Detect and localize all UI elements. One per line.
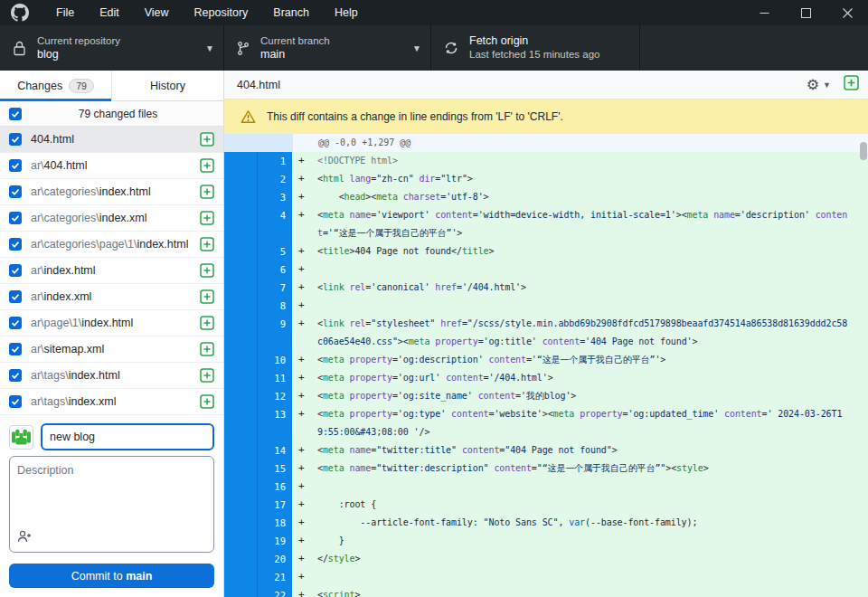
file-checkbox[interactable]: [9, 290, 22, 303]
current-repository-button[interactable]: Current repository blog ▼: [0, 25, 224, 71]
menu-item-view[interactable]: View: [132, 0, 182, 25]
file-row[interactable]: ar\categories\page\1\index.html: [0, 232, 223, 258]
menu-item-edit[interactable]: Edit: [87, 0, 132, 25]
file-checkbox[interactable]: [9, 185, 22, 198]
expand-file-button[interactable]: [200, 158, 214, 173]
diff-added-line[interactable]: 10+<meta property='og:description' conte…: [224, 351, 868, 369]
diff-added-line[interactable]: 13+<meta property='og:type' content='web…: [224, 405, 868, 423]
diff-added-line[interactable]: 12+<meta property='og:site_name' content…: [224, 387, 868, 405]
expand-diff-button[interactable]: [844, 75, 859, 94]
diff-added-line[interactable]: 20+</style>: [224, 550, 868, 568]
file-checkbox[interactable]: [9, 238, 22, 251]
diff-added-line[interactable]: 16+: [224, 478, 868, 496]
diff-added-line[interactable]: 4+<meta name='viewport' content='width=d…: [224, 206, 868, 224]
file-row[interactable]: ar\categories\index.xml: [0, 205, 223, 232]
menu-item-file[interactable]: File: [43, 0, 87, 25]
expand-file-button[interactable]: [200, 185, 214, 199]
old-line-number: [224, 315, 258, 333]
fetch-origin-label: Fetch origin: [469, 34, 600, 48]
diff-added-line[interactable]: 11+<meta property='og:url' content='/404…: [224, 369, 868, 387]
new-line-number: 16: [258, 478, 292, 496]
select-all-checkbox[interactable]: [9, 108, 22, 120]
diff-code-text: <meta property='og:url' content='/404.ht…: [317, 369, 868, 387]
diff-added-line[interactable]: 9+<link rel="stylesheet" href="/scss/sty…: [224, 315, 868, 333]
file-row[interactable]: ar\index.html: [0, 258, 223, 284]
diff-added-line[interactable]: 6+: [224, 261, 868, 279]
expand-file-button[interactable]: [200, 342, 214, 356]
diff-code-text: [317, 478, 868, 496]
tab-history[interactable]: History: [111, 71, 223, 100]
expand-file-button[interactable]: [200, 211, 214, 225]
file-checkbox[interactable]: [9, 212, 22, 224]
diff-added-line[interactable]: 3+ <head><meta charset='utf-8'>: [224, 188, 868, 206]
commit-description-input[interactable]: [10, 457, 213, 527]
new-line-number: 18: [258, 514, 292, 532]
commit-description-box: [9, 456, 214, 553]
file-row[interactable]: 404.html: [0, 127, 223, 153]
file-name: ar\index.xml: [31, 290, 200, 303]
plus-square-icon: [200, 158, 214, 173]
diff-added-line[interactable]: 5+<title>404 Page not found</title>: [224, 242, 868, 261]
diff-added-line[interactable]: 15+<meta name="twitter:description" cont…: [224, 460, 868, 478]
diff-added-line[interactable]: 2+<html lang="zh-cn" dir="ltr">: [224, 170, 868, 188]
file-row[interactable]: ar\tags\index.xml: [0, 389, 223, 415]
minimize-button[interactable]: [743, 0, 785, 25]
file-row[interactable]: ar\sitemap.xml: [0, 336, 223, 363]
file-checkbox[interactable]: [9, 159, 22, 172]
menu-item-branch[interactable]: Branch: [260, 0, 322, 25]
diff-options-button[interactable]: ⚙ ▼: [807, 78, 831, 92]
commit-button[interactable]: Commit to main: [9, 564, 214, 588]
diff-added-line[interactable]: 18+ --article-font-family: "Noto Sans SC…: [224, 514, 868, 532]
menu-item-repository[interactable]: Repository: [182, 0, 261, 25]
expand-file-button[interactable]: [200, 316, 214, 330]
file-checkbox[interactable]: [9, 369, 22, 382]
window-controls: [743, 0, 868, 25]
sync-icon: [444, 41, 458, 55]
diff-added-line[interactable]: 8+: [224, 297, 868, 315]
diff-added-line[interactable]: 22+<script>: [224, 586, 868, 597]
file-checkbox[interactable]: [9, 264, 22, 277]
expand-file-button[interactable]: [200, 289, 214, 304]
file-checkbox[interactable]: [9, 343, 22, 355]
new-line-number: 2: [258, 170, 292, 188]
diff-scrollbar-thumb[interactable]: [860, 142, 867, 160]
maximize-button[interactable]: [785, 0, 826, 25]
expand-file-button[interactable]: [200, 132, 214, 147]
diff-added-line[interactable]: 21+: [224, 568, 868, 586]
diff-added-line[interactable]: 19+ }: [224, 532, 868, 550]
diff-code-text: <meta property='og:description' content=…: [317, 351, 868, 369]
diff-sign: +: [292, 441, 317, 460]
diff-added-line-wrap[interactable]: 9:55:00&#43;08:00 '/>: [224, 423, 868, 441]
file-row[interactable]: ar\categories\index.html: [0, 179, 223, 205]
commit-summary-input[interactable]: [41, 423, 214, 450]
expand-file-button[interactable]: [200, 368, 214, 383]
diff-sign: +: [292, 460, 317, 478]
tab-changes[interactable]: Changes 79: [0, 71, 111, 100]
plus-square-icon: [200, 289, 214, 304]
warning-icon: [241, 109, 256, 124]
current-branch-button[interactable]: Current branch main ▼: [224, 25, 431, 71]
checkbox-check-icon: [11, 135, 20, 144]
close-button[interactable]: [826, 0, 868, 25]
person-plus-icon[interactable]: [17, 530, 32, 546]
file-checkbox[interactable]: [9, 317, 22, 329]
diff-added-line[interactable]: 17+ :root {: [224, 496, 868, 514]
expand-file-button[interactable]: [200, 263, 214, 278]
file-checkbox[interactable]: [9, 395, 22, 408]
file-row[interactable]: ar\index.xml: [0, 284, 223, 310]
diff-added-line[interactable]: 14+<meta name="twitter:title" content="4…: [224, 441, 868, 460]
current-branch-value: main: [260, 48, 330, 62]
github-desktop-window: FileEditViewRepositoryBranchHelp Current…: [0, 0, 868, 597]
file-row[interactable]: ar\tags\index.html: [0, 363, 223, 389]
file-row[interactable]: ar\404.html: [0, 153, 223, 179]
diff-added-line-wrap[interactable]: t='“这是一个属于我自己的平台”'>: [224, 224, 868, 242]
expand-file-button[interactable]: [200, 237, 214, 251]
fetch-origin-button[interactable]: Fetch origin Last fetched 15 minutes ago: [431, 25, 640, 71]
diff-added-line-wrap[interactable]: c06ae54e40.css"><meta property='og:title…: [224, 333, 868, 351]
file-checkbox[interactable]: [9, 133, 22, 146]
file-row[interactable]: ar\page\1\index.html: [0, 310, 223, 336]
expand-file-button[interactable]: [200, 394, 214, 409]
diff-added-line[interactable]: 7+<link rel='canonical' href='/404.html'…: [224, 279, 868, 297]
menu-item-help[interactable]: Help: [322, 0, 371, 25]
diff-added-line[interactable]: 1+<!DOCTYPE html>: [224, 152, 868, 170]
